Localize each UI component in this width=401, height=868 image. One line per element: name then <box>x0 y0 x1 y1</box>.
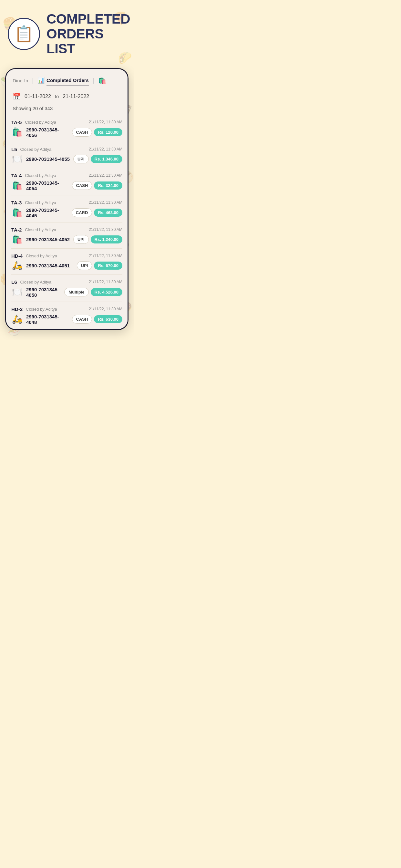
order-time: 21/11/22, 11:30 AM <box>89 173 122 178</box>
phone-frame: Dine-In | 📊 Completed Orders | 🛍️ 📅 01-1… <box>5 68 128 330</box>
tab-completed-orders[interactable]: Completed Orders <box>47 75 89 86</box>
order-detail-row: 🛍️ 2990-7031345-4045 CARD Rs. 463.00 <box>11 207 122 218</box>
order-time: 21/11/22, 11:30 AM <box>89 227 122 232</box>
bag-tab-icon[interactable]: 🛍️ <box>98 76 106 84</box>
order-detail-row: 🛵 2990-7031345-4051 UPI Rs. 670.00 <box>11 260 122 271</box>
date-separator: to <box>55 94 59 99</box>
order-badges: CASH Rs. 324.00 <box>72 181 122 190</box>
order-item[interactable]: L5 Closed by Aditya 21/11/22, 11:30 AM 🍽… <box>11 142 122 168</box>
header-icon-circle: 📋 <box>8 18 40 50</box>
amount-badge: Rs. 1,346.00 <box>91 155 122 163</box>
order-time: 21/11/22, 11:30 AM <box>89 253 122 258</box>
order-type-icon: 🛍️ <box>11 127 23 137</box>
payment-badge: CARD <box>72 208 92 217</box>
order-detail-row: 🍽️ 2990-7031345-4050 Multiple Rs. 4,526.… <box>11 287 122 298</box>
order-type-icon: 🍽️ <box>11 287 23 297</box>
order-time: 21/11/22, 11:30 AM <box>89 307 122 311</box>
order-id: 2990-7031345-4050 <box>26 287 61 298</box>
amount-badge: Rs. 120.00 <box>94 128 122 136</box>
order-badges: UPI Rs. 1,346.00 <box>73 155 122 163</box>
order-item[interactable]: TA-5 Closed by Aditya 21/11/22, 11:30 AM… <box>11 115 122 142</box>
payment-badge: CASH <box>72 128 92 136</box>
date-start[interactable]: 01-11-2022 <box>25 94 51 99</box>
order-item[interactable]: HD-2 Closed by Aditya 21/11/22, 11:30 AM… <box>11 302 122 329</box>
order-header: L6 Closed by Aditya 21/11/22, 11:30 AM <box>11 279 122 285</box>
order-time: 21/11/22, 11:30 AM <box>89 120 122 124</box>
order-type-icon: 🛍️ <box>11 208 23 218</box>
payment-badge: UPI <box>73 235 89 244</box>
order-table-label: TA-3 <box>11 200 22 206</box>
order-badges: CARD Rs. 463.00 <box>72 208 122 217</box>
order-detail-row: 🛵 2990-7031345-4048 CASH Rs. 630.00 <box>11 314 122 325</box>
order-closed-by: Closed by Aditya <box>20 147 52 152</box>
payment-badge: CASH <box>72 315 92 323</box>
order-table-label: TA-5 <box>11 120 22 125</box>
order-closed-by: Closed by Aditya <box>25 173 56 178</box>
completed-orders-tab-icon: 📊 <box>37 77 44 84</box>
order-closed-by: Closed by Aditya <box>25 120 56 125</box>
amount-badge: Rs. 4,526.00 <box>91 288 122 296</box>
amount-badge: Rs. 324.00 <box>94 182 122 190</box>
order-item[interactable]: TA-3 Closed by Aditya 21/11/22, 11:30 AM… <box>11 195 122 222</box>
amount-badge: Rs. 670.00 <box>94 261 122 270</box>
payment-badge: UPI <box>77 261 92 270</box>
tab-divider-1: | <box>32 77 34 84</box>
order-badges: UPI Rs. 1,240.00 <box>73 235 122 244</box>
order-id: 2990-7031345-4056 <box>26 127 69 138</box>
order-closed-by: Closed by Aditya <box>26 253 57 258</box>
order-item[interactable]: HD-4 Closed by Aditya 21/11/22, 11:30 AM… <box>11 249 122 275</box>
order-time: 21/11/22, 11:30 AM <box>89 147 122 151</box>
order-header: TA-5 Closed by Aditya 21/11/22, 11:30 AM <box>11 120 122 125</box>
order-table-label: TA-2 <box>11 227 22 232</box>
date-range-filter: 📅 01-11-2022 to 21-11-2022 <box>6 86 127 103</box>
page-header: 📋 COMPLETED ORDERS LIST <box>0 0 134 64</box>
order-closed-by: Closed by Aditya <box>20 280 52 284</box>
order-type-icon: 🍽️ <box>11 154 23 164</box>
order-badges: CASH Rs. 120.00 <box>72 128 122 136</box>
calendar-icon[interactable]: 📅 <box>12 93 21 100</box>
order-type-icon: 🛍️ <box>11 181 23 190</box>
order-type-icon: 🛍️ <box>11 235 23 244</box>
order-id: 2990-7031345-4045 <box>26 207 68 218</box>
order-id: 2990-7031345-4048 <box>26 314 69 325</box>
payment-badge: Multiple <box>64 288 89 297</box>
order-type-icon: 🛵 <box>11 314 23 324</box>
orders-list-icon: 📋 <box>14 25 34 43</box>
payment-badge: CASH <box>72 181 92 190</box>
tab-divider-2: | <box>93 77 94 84</box>
order-header: TA-3 Closed by Aditya 21/11/22, 11:30 AM <box>11 200 122 206</box>
amount-badge: Rs. 630.00 <box>94 315 122 323</box>
order-id: 2990-7031345-4051 <box>26 263 73 268</box>
order-closed-by: Closed by Aditya <box>26 307 57 312</box>
order-table-label: L5 <box>11 147 17 152</box>
tabs-bar: Dine-In | 📊 Completed Orders | 🛍️ <box>6 69 127 86</box>
order-badges: UPI Rs. 670.00 <box>77 261 122 270</box>
order-header: TA-4 Closed by Aditya 21/11/22, 11:30 AM <box>11 173 122 178</box>
order-closed-by: Closed by Aditya <box>25 227 56 232</box>
order-id: 2990-7031345-4052 <box>26 237 70 242</box>
order-item[interactable]: TA-2 Closed by Aditya 21/11/22, 11:30 AM… <box>11 222 122 249</box>
order-header: HD-4 Closed by Aditya 21/11/22, 11:30 AM <box>11 253 122 259</box>
showing-count: Showing 20 of 343 <box>6 103 127 115</box>
order-detail-row: 🛍️ 2990-7031345-4056 CASH Rs. 120.00 <box>11 127 122 138</box>
order-badges: Multiple Rs. 4,526.00 <box>64 288 122 297</box>
order-table-label: TA-4 <box>11 173 22 178</box>
order-item[interactable]: TA-4 Closed by Aditya 21/11/22, 11:30 AM… <box>11 168 122 195</box>
order-detail-row: 🍽️ 2990-7031345-4055 UPI Rs. 1,346.00 <box>11 154 122 164</box>
order-header: L5 Closed by Aditya 21/11/22, 11:30 AM <box>11 147 122 152</box>
order-id: 2990-7031345-4054 <box>26 180 69 191</box>
amount-badge: Rs. 463.00 <box>94 209 122 217</box>
order-item[interactable]: L6 Closed by Aditya 21/11/22, 11:30 AM 🍽… <box>11 275 122 302</box>
tab-dine-in[interactable]: Dine-In <box>12 75 28 86</box>
date-end[interactable]: 21-11-2022 <box>63 94 89 99</box>
order-header: HD-2 Closed by Aditya 21/11/22, 11:30 AM <box>11 306 122 312</box>
order-time: 21/11/22, 11:30 AM <box>89 280 122 284</box>
order-detail-row: 🛍️ 2990-7031345-4052 UPI Rs. 1,240.00 <box>11 235 122 244</box>
orders-list: TA-5 Closed by Aditya 21/11/22, 11:30 AM… <box>6 115 127 329</box>
order-header: TA-2 Closed by Aditya 21/11/22, 11:30 AM <box>11 227 122 232</box>
order-badges: CASH Rs. 630.00 <box>72 315 122 323</box>
order-table-label: L6 <box>11 279 17 285</box>
order-time: 21/11/22, 11:30 AM <box>89 200 122 205</box>
order-detail-row: 🛍️ 2990-7031345-4054 CASH Rs. 324.00 <box>11 180 122 191</box>
order-table-label: HD-2 <box>11 306 23 312</box>
